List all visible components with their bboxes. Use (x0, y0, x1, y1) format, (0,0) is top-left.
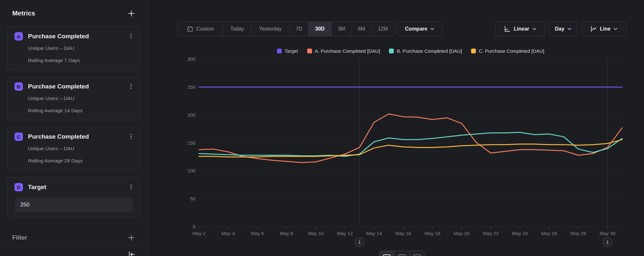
legend-item[interactable]: B. Purchase Completed [DAU] (389, 48, 462, 54)
add-metric-button[interactable] (128, 10, 135, 17)
granularity-label: Day (555, 26, 564, 32)
date-range-selector: Custom Today Yesterday 7D 30D 3M 6M 12M (177, 22, 394, 36)
display-mode-chart-button[interactable] (379, 251, 394, 256)
chart-type-dropdown[interactable]: Line (581, 22, 626, 36)
metric-badge-c: C (14, 133, 23, 141)
range-label: 30D (315, 26, 325, 32)
range-custom[interactable]: Custom (178, 22, 223, 36)
legend-item[interactable]: Target (277, 48, 298, 54)
legend-label: Target (285, 48, 298, 54)
sidebar-divider (0, 245, 148, 246)
x-axis-label: May 18 (424, 231, 440, 236)
x-axis-label: May 26 (541, 231, 557, 236)
range-label: 12M (378, 26, 388, 32)
x-axis-label: May 22 (483, 231, 499, 236)
chevron-down-icon (533, 28, 536, 30)
range-30d[interactable]: 30D (308, 22, 332, 36)
range-label: Custom (196, 26, 214, 32)
kebab-menu-icon[interactable] (128, 32, 134, 40)
x-axis-label: May 6 (251, 231, 264, 236)
kebab-menu-icon[interactable] (128, 82, 134, 90)
metric-measure: Unique Users – DAU (28, 146, 74, 151)
annotation-badge[interactable] (355, 238, 364, 246)
x-axis-label: May 4 (222, 231, 235, 236)
x-axis-label: May 24 (512, 231, 528, 236)
table-view-icon (398, 254, 406, 256)
x-axis-label: May 12 (337, 231, 353, 236)
chart-view-icon (383, 254, 391, 256)
calendar-icon (187, 26, 193, 32)
metrics-sidebar: Metrics A Purchase Completed Unique User… (0, 0, 148, 256)
y-axis-label: 150 (187, 140, 195, 146)
legend-swatch-icon (471, 49, 476, 53)
metric-measure: Unique Users – DAU (28, 96, 74, 101)
x-axis-label: May 8 (280, 231, 293, 236)
target-title: Target (28, 184, 46, 191)
y-axis-label: 300 (187, 56, 195, 62)
x-axis-label: May 20 (454, 231, 469, 236)
target-card[interactable]: D Target (7, 177, 140, 218)
line-chart-icon (590, 26, 597, 32)
range-label: 6M (358, 26, 365, 32)
split-view-icon (413, 254, 421, 256)
metrics-title: Metrics (12, 10, 35, 17)
metric-title: Purchase Completed (28, 133, 89, 140)
chart-display-toggle (379, 251, 425, 256)
series-line (199, 133, 622, 157)
metric-transform: Rolling Average 7 Days (28, 58, 80, 63)
compare-dropdown[interactable]: Compare (396, 22, 443, 36)
legend-label: C. Purchase Completed [DAU] (479, 48, 544, 54)
collapse-left-icon (128, 251, 136, 256)
x-axis-label: May 28 (570, 231, 586, 236)
metric-measure: Unique Users – DAU (28, 45, 74, 51)
plus-icon (128, 234, 135, 241)
chevron-down-icon (431, 28, 434, 30)
legend-item[interactable]: A. Purchase Completed [DAU] (307, 48, 380, 54)
metric-transform: Rolling Average 28 Days (28, 158, 82, 164)
range-12m[interactable]: 12M (372, 22, 394, 36)
metric-card-b[interactable]: B Purchase Completed Unique Users – DAU … (7, 77, 140, 120)
filter-section: Filter (12, 234, 135, 241)
scale-label: Linear (514, 26, 529, 32)
range-yesterday[interactable]: Yesterday (251, 22, 290, 36)
y-axis-label: 250 (187, 84, 195, 90)
y-axis-label: 50 (190, 196, 195, 201)
legend-label: A. Purchase Completed [DAU] (315, 48, 380, 54)
target-value-input[interactable] (15, 197, 133, 212)
collapse-sidebar-button[interactable] (128, 251, 136, 256)
x-axis-label: May 16 (395, 231, 411, 236)
y-axis-label: 200 (187, 112, 195, 118)
add-filter-button[interactable] (128, 234, 135, 241)
range-label: Yesterday (259, 26, 282, 32)
kebab-menu-icon[interactable] (128, 183, 134, 191)
y-axis-label: 0 (193, 224, 195, 229)
range-7d[interactable]: 7D (290, 22, 308, 36)
metric-card-a[interactable]: A Purchase Completed Unique Users – DAU … (7, 26, 140, 70)
display-mode-table-button[interactable] (394, 251, 410, 256)
metric-card-c[interactable]: C Purchase Completed Unique Users – DAU … (7, 127, 140, 170)
metric-transform: Rolling Average 14 Days (28, 108, 82, 114)
scale-dropdown[interactable]: Linear (495, 22, 545, 36)
annotation-label: 1 (358, 239, 361, 245)
legend-swatch-icon (389, 49, 394, 53)
x-axis-label: May 30 (600, 231, 615, 236)
kebab-menu-icon[interactable] (128, 132, 134, 141)
annotation-badge[interactable] (603, 238, 612, 246)
filter-title: Filter (12, 234, 27, 241)
chevron-down-icon (614, 28, 617, 30)
legend-item[interactable]: C. Purchase Completed [DAU] (471, 48, 544, 54)
legend-label: B. Purchase Completed [DAU] (397, 48, 462, 54)
range-label: 3M (338, 26, 345, 32)
range-today[interactable]: Today (223, 22, 251, 36)
legend-swatch-icon (307, 49, 312, 53)
range-label: Today (230, 26, 244, 32)
granularity-dropdown[interactable]: Day (549, 22, 577, 36)
metric-title: Purchase Completed (28, 83, 89, 90)
range-6m[interactable]: 6M (352, 22, 372, 36)
metrics-header: Metrics (12, 10, 135, 17)
range-3m[interactable]: 3M (332, 22, 352, 36)
display-mode-split-button[interactable] (410, 251, 424, 256)
y-axis-label: 100 (187, 168, 195, 173)
metric-badge-b: B (14, 82, 23, 91)
x-axis-label: May 14 (366, 231, 382, 236)
